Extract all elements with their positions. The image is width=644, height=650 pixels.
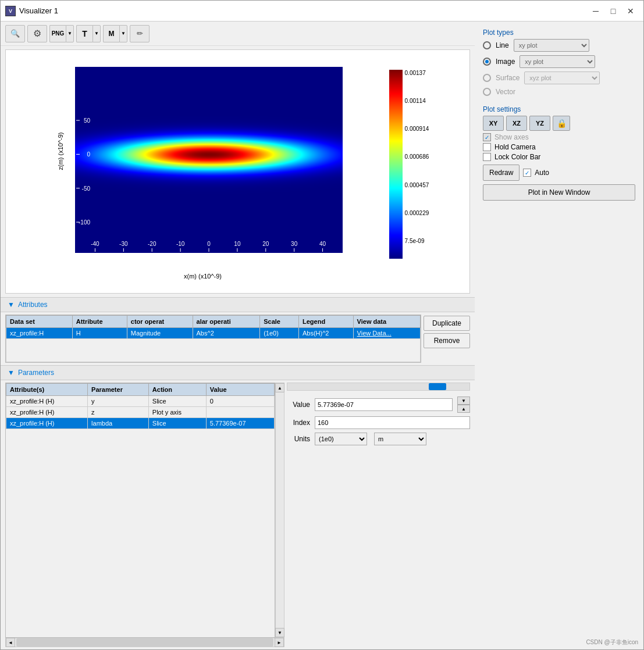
params-table-wrap: Attribute(s) Parameter Action Value	[5, 383, 284, 647]
close-button[interactable]: ✕	[622, 5, 639, 17]
params-table-flex: Attribute(s) Parameter Action Value	[5, 383, 284, 638]
radio-vector[interactable]	[483, 88, 491, 96]
window-controls: ─ □ ✕	[588, 5, 639, 17]
table-row[interactable]: xz_profile:H H Magnitude Abs^2 (1e0) Abs…	[6, 328, 421, 339]
value-scrollbar-top[interactable]	[287, 383, 470, 391]
radio-surface[interactable]	[483, 74, 491, 82]
x-axis-label: x(m) (x10^-9)	[184, 273, 222, 280]
colorbar-v2: 0.000914	[405, 126, 429, 132]
scroll-left-arrow[interactable]: ◄	[6, 638, 15, 647]
table-row-empty	[6, 339, 421, 362]
params-table-body: xz_profile:H (H) y Slice 0 xz_profile:H …	[6, 396, 275, 429]
lock-button[interactable]: 🔒	[553, 116, 570, 131]
maximize-button[interactable]: □	[605, 5, 621, 17]
show-axes-checkbox[interactable]	[483, 133, 491, 141]
scroll-down-arrow[interactable]: ▼	[275, 628, 284, 637]
plot-new-window-button[interactable]: Plot in New Window	[483, 184, 635, 201]
radio-surface-label: Surface	[496, 74, 520, 82]
text-button[interactable]: T	[76, 25, 92, 42]
attributes-side-buttons: Duplicate Remove	[424, 315, 470, 363]
attributes-title: Attributes	[18, 301, 48, 309]
app-icon: V	[5, 6, 16, 16]
value-arrows: ▼ ▲	[457, 397, 470, 413]
parameters-header[interactable]: ▼ Parameters	[1, 365, 475, 380]
scroll-right-arrow[interactable]: ►	[275, 638, 284, 647]
table-row[interactable]: xz_profile:H (H) y Slice 0	[6, 396, 275, 407]
colorbar-gradient	[389, 70, 403, 259]
scrollbar-thumb	[429, 383, 446, 390]
attributes-section: Data set Attribute ctor operat alar oper…	[1, 312, 475, 365]
main-content: 🔍 ⚙ PNG ▼ T ▼ M ▼ ✏	[1, 22, 643, 649]
text-dropdown-arrow[interactable]: ▼	[92, 25, 101, 42]
attributes-header-row: Data set Attribute ctor operat alar oper…	[6, 316, 421, 328]
hold-camera-checkbox[interactable]	[483, 143, 491, 151]
params-table-head: Attribute(s) Parameter Action Value	[6, 384, 275, 396]
show-axes-row: Show axes	[483, 133, 635, 141]
redraw-button[interactable]: Redraw	[483, 165, 520, 181]
minimize-button[interactable]: ─	[588, 5, 604, 17]
cell-view[interactable]: View Data...	[353, 328, 420, 339]
prow3-param: lambda	[88, 418, 149, 429]
remove-button[interactable]: Remove	[424, 333, 470, 348]
attributes-table-head: Data set Attribute ctor operat alar oper…	[6, 316, 421, 328]
units-label: Units	[287, 435, 310, 443]
plot-settings-title: Plot settings	[483, 105, 635, 113]
units-select-1[interactable]: (1e0)	[315, 433, 367, 445]
parameters-title: Parameters	[18, 369, 54, 377]
lock-color-bar-checkbox[interactable]	[483, 153, 491, 161]
png-dropdown-arrow[interactable]: ▼	[66, 25, 74, 42]
value-up-arrow[interactable]: ▼	[457, 397, 470, 405]
xz-button[interactable]: XZ	[506, 116, 527, 131]
colorbar-labels: 0.00137 0.00114 0.000914 0.000686 0.0004…	[405, 67, 429, 247]
radio-image-label: Image	[496, 58, 515, 66]
units-select-2[interactable]: m	[374, 433, 426, 445]
colorbar-v3: 0.000686	[405, 153, 429, 160]
marker-button[interactable]: M	[103, 25, 119, 42]
xy-button[interactable]: XY	[483, 116, 504, 131]
surface-type-select[interactable]: xyz plot	[524, 72, 600, 84]
params-header-row: Attribute(s) Parameter Action Value	[6, 384, 275, 396]
value-input[interactable]	[315, 398, 453, 411]
cell-dataset: xz_profile:H	[6, 328, 73, 339]
lock-color-bar-label: Lock Color Bar	[494, 153, 540, 161]
lock-color-bar-row: Lock Color Bar	[483, 153, 635, 161]
value-down-arrow[interactable]: ▲	[457, 405, 470, 413]
index-input[interactable]	[315, 416, 470, 429]
left-panel: 🔍 ⚙ PNG ▼ T ▼ M ▼ ✏	[1, 22, 475, 649]
y-axis-label: z(m) (x10^-9)	[56, 132, 63, 170]
radio-line[interactable]	[483, 41, 491, 49]
cell-vector-op: Magnitude	[127, 328, 193, 339]
col-attribute: Attribute	[72, 316, 127, 328]
parameters-arrow-icon: ▼	[8, 369, 15, 377]
table-row[interactable]: xz_profile:H (H) lambda Slice 5.77369e-0…	[6, 418, 275, 429]
cell-scalar-op: Abs^2	[193, 328, 260, 339]
png-export-button[interactable]: PNG	[49, 25, 66, 42]
attributes-header[interactable]: ▼ Attributes	[1, 297, 475, 312]
heatmap-canvas[interactable]	[75, 67, 343, 253]
main-window: V Visualizer 1 ─ □ ✕ 🔍 ⚙ PNG ▼ T ▼	[0, 0, 644, 650]
magnify-button[interactable]: 🔍	[5, 25, 25, 42]
radio-image[interactable]	[483, 58, 491, 66]
col-scale: Scale	[260, 316, 299, 328]
table-row[interactable]: xz_profile:H (H) z Plot y axis	[6, 407, 275, 418]
value-panel: Value ▼ ▲ Index Units	[287, 383, 470, 647]
auto-checkbox[interactable]	[523, 169, 531, 177]
params-horizontal-scrollbar[interactable]: ◄ ►	[5, 638, 284, 647]
yz-button[interactable]: YZ	[529, 116, 550, 131]
value-row: Value ▼ ▲	[287, 397, 470, 413]
col-vector-op: ctor operat	[127, 316, 193, 328]
prow1-action: Slice	[148, 396, 206, 407]
colorbar: 0.00137 0.00114 0.000914 0.000686 0.0004…	[389, 67, 436, 259]
edit-button[interactable]: ✏	[130, 25, 150, 42]
marker-dropdown-arrow[interactable]: ▼	[119, 25, 127, 42]
attributes-arrow-icon: ▼	[8, 301, 15, 309]
scroll-up-arrow[interactable]: ▲	[275, 383, 284, 392]
units-row: Units (1e0) m	[287, 433, 470, 445]
duplicate-button[interactable]: Duplicate	[424, 316, 470, 331]
text-dropdown: T ▼	[76, 25, 101, 42]
image-type-select[interactable]: xy plot	[520, 55, 595, 68]
line-type-select[interactable]: xy plot	[514, 39, 589, 52]
plot-settings-section: Plot settings XY XZ YZ 🔒 Show axes Hold …	[483, 101, 635, 201]
params-vertical-scrollbar[interactable]: ▲ ▼	[275, 383, 284, 638]
paint-button[interactable]: ⚙	[27, 25, 47, 42]
